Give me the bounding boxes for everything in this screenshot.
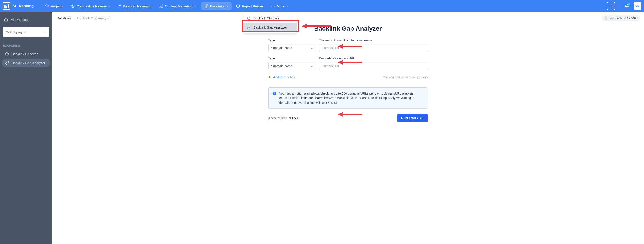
- page-title: Backlink Gap Analyzer: [52, 25, 644, 32]
- notifications-button[interactable]: [622, 4, 631, 9]
- breadcrumb: Backlinks › Backlink Gap Analyzer: [52, 12, 644, 24]
- home-icon: [4, 18, 8, 22]
- sidebar-label: All Projects: [11, 18, 28, 22]
- add-competitor-note: You can add up to 5 competitors: [383, 75, 428, 79]
- breadcrumb-current: Backlink Gap Analyzer: [77, 16, 111, 20]
- project-select[interactable]: Select project ⌄: [3, 27, 49, 37]
- type-label: Type: [268, 39, 316, 42]
- svg-point-5: [273, 6, 273, 6]
- edit-icon: [159, 4, 163, 8]
- footer-limit-value: 1 / 500: [289, 116, 300, 120]
- logo-icon: [3, 2, 10, 10]
- nav-backlinks[interactable]: Backlinks ⌄: [201, 2, 232, 10]
- dropdown-item-backlink-gap[interactable]: Backlink Gap Analyzer: [244, 23, 297, 32]
- top-nav: SE Ranking Projects Competitive Research…: [0, 0, 644, 12]
- breadcrumb-root[interactable]: Backlinks: [57, 16, 71, 20]
- type-select-competitor[interactable]: *.domain.com/* ⌄: [268, 62, 316, 70]
- pill-value: 1 / 500: [627, 17, 636, 20]
- add-competitor-button[interactable]: + Add competitor: [268, 74, 296, 80]
- nav-label: More: [277, 4, 284, 8]
- sidebar: All Projects Select project ⌄ BACKLINKS …: [0, 12, 52, 244]
- notification-dot: [628, 3, 630, 5]
- svg-point-6: [274, 6, 274, 6]
- sidebar-section-label: BACKLINKS: [0, 42, 52, 49]
- type-select-main[interactable]: *.domain.com/* ⌄: [268, 44, 316, 52]
- nav-label: Content Marketing: [165, 4, 193, 8]
- competitor-domain-input[interactable]: [319, 62, 428, 70]
- select-placeholder: Select project: [6, 30, 26, 34]
- link-icon: [247, 26, 250, 29]
- nav-more[interactable]: More ⌄: [268, 2, 292, 10]
- account-limit-pill[interactable]: Account limit 1 / 500 i: [602, 15, 640, 21]
- nav-label: Projects: [51, 4, 63, 8]
- backlinks-dropdown: Backlink Checker Backlink Gap Analyzer: [244, 12, 297, 33]
- chevron-down-icon: ⌄: [43, 30, 46, 34]
- link-icon: [5, 61, 9, 65]
- run-analysis-button[interactable]: RUN ANALYSIS: [397, 114, 428, 122]
- chevron-down-icon: ⌄: [194, 5, 197, 8]
- chevron-down-icon: ⌄: [226, 5, 228, 8]
- brand[interactable]: SE Ranking: [3, 2, 34, 10]
- pie-icon: [236, 4, 240, 8]
- info-icon: i: [637, 17, 638, 20]
- avatar[interactable]: YK: [634, 2, 641, 10]
- competitor-domain-label: Competitor's domain/URL: [319, 57, 428, 60]
- info-text: Your subscription plan allows checking u…: [279, 91, 424, 105]
- chevron-down-icon: ⌄: [286, 5, 288, 8]
- sidebar-item-label: Backlink Checker: [12, 52, 38, 56]
- type-label: Type: [268, 57, 316, 60]
- sidebar-all-projects[interactable]: All Projects: [0, 15, 52, 24]
- account-limit-footer: Account limit 1 / 500: [268, 116, 300, 120]
- pill-label: Account limit: [609, 17, 626, 20]
- svg-point-4: [272, 6, 272, 6]
- link-icon: [204, 4, 208, 8]
- gauge-icon: [247, 17, 250, 20]
- nav-projects[interactable]: Projects: [42, 2, 66, 10]
- dropdown-label: Backlink Gap Analyzer: [253, 26, 287, 29]
- nav-label: Competitive Research: [76, 4, 110, 8]
- nav-label: Backlinks: [210, 4, 224, 8]
- key-icon: [117, 4, 121, 8]
- svg-point-3: [118, 6, 119, 7]
- sidebar-item-backlink-checker[interactable]: Backlink Checker: [2, 50, 50, 58]
- main-domain-label: The main domain/URL for comparison: [319, 39, 428, 42]
- svg-point-2: [72, 6, 74, 7]
- select-value: *.domain.com/*: [271, 64, 292, 68]
- svg-marker-0: [45, 5, 49, 6]
- main-domain-input[interactable]: [319, 44, 428, 52]
- add-competitor-label: Add competitor: [273, 75, 296, 79]
- chevron-right-icon: ›: [74, 17, 74, 20]
- nav-content[interactable]: Content Marketing ⌄: [156, 2, 200, 10]
- target-icon: [71, 4, 75, 8]
- sidebar-item-backlink-gap[interactable]: Backlink Gap Analyzer: [2, 59, 50, 67]
- add-button[interactable]: +: [607, 2, 615, 10]
- layers-icon: [45, 4, 49, 8]
- nav-label: Report Builder: [242, 4, 264, 8]
- main: Backlinks › Backlink Gap Analyzer Accoun…: [52, 12, 644, 244]
- select-value: *.domain.com/*: [271, 46, 292, 50]
- dots-icon: [271, 4, 275, 8]
- nav-label: Keyword Research: [123, 4, 152, 8]
- info-icon: i: [272, 92, 276, 95]
- nav-keyword[interactable]: Keyword Research: [114, 2, 155, 10]
- divider: [620, 3, 620, 10]
- footer-limit-label: Account limit: [268, 116, 288, 120]
- chevron-down-icon: ⌄: [310, 64, 312, 68]
- gauge-icon: [604, 17, 608, 20]
- dropdown-item-backlink-checker[interactable]: Backlink Checker: [244, 14, 297, 23]
- brand-label: SE Ranking: [12, 4, 34, 8]
- gauge-icon: [5, 52, 9, 56]
- plus-icon: +: [268, 74, 271, 80]
- nav-competitive[interactable]: Competitive Research: [68, 2, 113, 10]
- dropdown-label: Backlink Checker: [253, 16, 279, 20]
- nav-report[interactable]: Report Builder: [233, 2, 266, 10]
- info-box: i Your subscription plan allows checking…: [268, 87, 428, 109]
- chevron-down-icon: ⌄: [310, 46, 312, 50]
- svg-point-1: [71, 5, 74, 8]
- sidebar-item-label: Backlink Gap Analyzer: [12, 61, 45, 65]
